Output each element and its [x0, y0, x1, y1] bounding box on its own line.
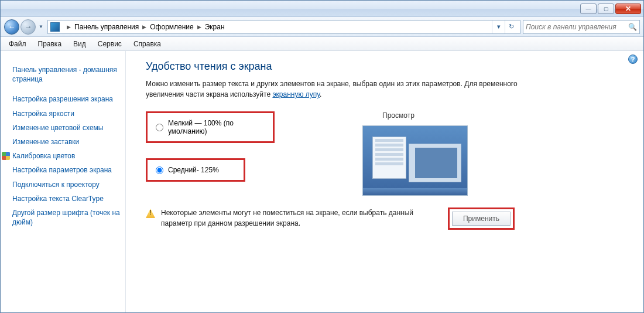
- preview-window-1: [372, 137, 406, 179]
- menu-bar: Файл Правка Вид Сервис Справка: [1, 37, 643, 51]
- sidebar-item-screensaver[interactable]: Изменение заставки: [12, 137, 123, 147]
- window: — ▢ ✕ ← → ▼ ▶ Панель управления ▶ Оформл…: [0, 0, 644, 313]
- menu-help[interactable]: Справка: [129, 38, 166, 50]
- address-tools: ▾ ↻: [492, 21, 518, 33]
- minimize-icon: —: [586, 6, 591, 12]
- breadcrumb-mid[interactable]: Оформление: [150, 23, 193, 31]
- highlight-small: Мелкий — 100% (по умолчанию): [146, 111, 275, 143]
- refresh-button[interactable]: ↻: [505, 21, 518, 33]
- control-panel-icon: [50, 22, 60, 32]
- address-bar: ← → ▼ ▶ Панель управления ▶ Оформление ▶…: [1, 17, 643, 37]
- menu-view[interactable]: Вид: [68, 38, 91, 50]
- preview-column: Просмотр: [357, 111, 468, 196]
- sidebar-item-label: Калибровка цветов: [12, 151, 75, 161]
- page-description: Можно изменить размер текста и других эл…: [146, 79, 520, 100]
- title-bar: — ▢ ✕: [1, 1, 643, 17]
- search-input[interactable]: [526, 23, 628, 31]
- menu-file[interactable]: Файл: [4, 38, 31, 50]
- close-button[interactable]: ✕: [615, 4, 641, 14]
- sidebar-item-home[interactable]: Панель управления - домашняя страница: [12, 65, 123, 84]
- sidebar-item-calibration[interactable]: Калибровка цветов: [12, 151, 123, 161]
- search-box[interactable]: 🔍: [523, 20, 640, 34]
- sidebar-item-dpi[interactable]: Другой размер шрифта (точек на дюйм): [12, 208, 123, 227]
- sidebar-item-resolution[interactable]: Настройка разрешения экрана: [12, 94, 123, 104]
- sidebar: Панель управления - домашняя страница На…: [1, 51, 126, 312]
- desc-text: Можно изменить размер текста и других эл…: [146, 80, 518, 98]
- breadcrumb-sep-icon: ▶: [67, 24, 71, 30]
- page-title: Удобство чтения с экрана: [146, 60, 629, 73]
- desc-end: .: [320, 90, 321, 98]
- forward-button[interactable]: →: [20, 19, 36, 35]
- nav-buttons: ← → ▼: [4, 19, 45, 35]
- minimize-button[interactable]: —: [580, 4, 597, 14]
- menu-edit[interactable]: Правка: [33, 38, 67, 50]
- warning-text: Некоторые элементы могут не поместиться …: [161, 207, 442, 229]
- sidebar-item-cleartype[interactable]: Настройка текста ClearType: [12, 194, 123, 203]
- menu-service[interactable]: Сервис: [93, 38, 126, 50]
- preview-label: Просмотр: [382, 111, 468, 120]
- apply-button[interactable]: Применить: [452, 212, 511, 226]
- options-row: Мелкий — 100% (по умолчанию) Средний- 12…: [146, 111, 629, 196]
- address-box[interactable]: ▶ Панель управления ▶ Оформление ▶ Экран…: [47, 20, 520, 34]
- back-button[interactable]: ←: [4, 19, 19, 35]
- radio-small-label: Мелкий — 100% (по умолчанию): [168, 119, 265, 135]
- radio-column: Мелкий — 100% (по умолчанию) Средний- 12…: [146, 111, 321, 182]
- shield-icon: [2, 152, 10, 160]
- radio-medium[interactable]: Средний- 125%: [151, 162, 240, 178]
- breadcrumb-root[interactable]: Панель управления: [74, 23, 139, 31]
- radio-small-input[interactable]: [156, 124, 163, 131]
- preview-image: [362, 125, 468, 196]
- highlight-apply: Применить: [448, 207, 515, 230]
- maximize-button[interactable]: ▢: [598, 4, 614, 14]
- sidebar-item-display-params[interactable]: Настройка параметров экрана: [12, 165, 123, 175]
- warning-icon: [146, 209, 155, 218]
- preview-window-2: [409, 144, 461, 182]
- sidebar-item-brightness[interactable]: Настройка яркости: [12, 109, 123, 118]
- breadcrumb-leaf[interactable]: Экран: [205, 23, 225, 31]
- forward-arrow-icon: →: [25, 22, 32, 31]
- preview-taskbar: [363, 188, 467, 195]
- content-area: Панель управления - домашняя страница На…: [1, 51, 643, 312]
- back-arrow-icon: ←: [8, 22, 16, 31]
- help-icon[interactable]: ?: [628, 55, 638, 64]
- highlight-medium: Средний- 125%: [146, 158, 245, 182]
- breadcrumb-sep-icon: ▶: [197, 24, 201, 30]
- nav-history-dropdown[interactable]: ▼: [37, 19, 45, 35]
- close-icon: ✕: [625, 5, 631, 13]
- radio-medium-label: Средний- 125%: [168, 166, 219, 174]
- address-dropdown[interactable]: ▾: [492, 21, 505, 33]
- radio-small[interactable]: Мелкий — 100% (по умолчанию): [151, 115, 269, 139]
- breadcrumb-sep-icon: ▶: [142, 24, 146, 30]
- sidebar-item-projector[interactable]: Подключиться к проектору: [12, 180, 123, 189]
- search-icon[interactable]: 🔍: [628, 23, 637, 31]
- sidebar-item-color-scheme[interactable]: Изменение цветовой схемы: [12, 123, 123, 132]
- magnifier-link[interactable]: экранную лупу: [272, 90, 320, 98]
- maximize-icon: ▢: [604, 6, 609, 12]
- radio-medium-input[interactable]: [156, 166, 163, 174]
- warning-row: Некоторые элементы могут не поместиться …: [146, 207, 629, 230]
- main-pane: ? Удобство чтения с экрана Можно изменит…: [126, 51, 643, 312]
